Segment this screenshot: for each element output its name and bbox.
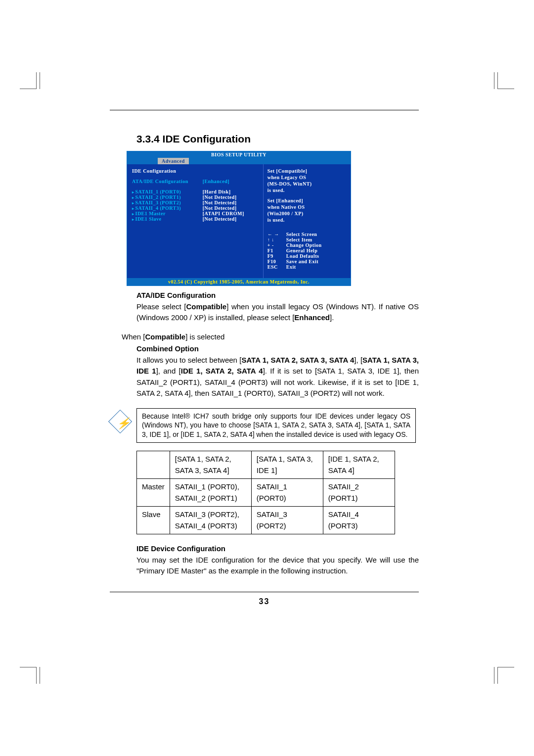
bios-key-legend: ← →Select Screen ↑ ↓Select Item + -Chang… xyxy=(267,232,347,270)
bios-left-panel: IDE Configuration ATA/IDE Configuration … xyxy=(127,164,264,278)
rule-bottom xyxy=(110,592,419,592)
combined-option-heading: Combined Option xyxy=(136,343,419,355)
combined-option-paragraph: It allows you to select between [SATA 1,… xyxy=(136,355,419,399)
bios-help-line: when Legacy OS xyxy=(267,175,347,180)
table-row: Slave SATAII_3 (PORT2), SATAII_4 (PORT3)… xyxy=(137,507,395,534)
page-number: 33 xyxy=(110,597,419,606)
note-box: Because Intel® ICH7 south bridge only su… xyxy=(136,408,416,443)
bios-config-label: ATA/IDE Configuration xyxy=(132,179,188,184)
table-header: [SATA 1, SATA 2, SATA 3, SATA 4] xyxy=(170,451,251,479)
bios-tabbar: Advanced xyxy=(127,158,351,164)
bios-help-line: when Native OS xyxy=(267,204,347,210)
ata-ide-paragraph: Please select [Compatible] when you inst… xyxy=(136,301,419,324)
bios-help-line: is used. xyxy=(267,188,347,193)
bios-dev-value: [ATAPI CDROM] xyxy=(203,211,244,216)
ata-ide-heading: ATA/IDE Configuration xyxy=(136,290,419,301)
bios-dev-value: [Not Detected] xyxy=(203,194,237,200)
ide-device-heading: IDE Device Configuration xyxy=(136,543,419,555)
bios-help-line: Set [Compatible] xyxy=(267,168,347,174)
bios-help-line: (Win2000 / XP) xyxy=(267,211,347,216)
bios-left-header: IDE Configuration xyxy=(132,168,258,174)
bios-dev-value: [Not Detected] xyxy=(203,216,237,222)
bios-right-panel: Set [Compatible] when Legacy OS (MS-DOS,… xyxy=(264,164,351,278)
combined-option-table: [SATA 1, SATA 2, SATA 3, SATA 4] [SATA 1… xyxy=(136,451,395,534)
table-header xyxy=(137,451,170,479)
rule-top xyxy=(110,110,419,110)
table-header: [SATA 1, SATA 3, IDE 1] xyxy=(251,451,323,479)
bios-dev-label: SATAII_3 (PORT2) xyxy=(135,200,181,205)
bios-dev-value: [Not Detected] xyxy=(203,200,237,205)
bios-screenshot: BIOS SETUP UTILITY Advanced IDE Configur… xyxy=(127,151,351,286)
bios-dev-value: [Not Detected] xyxy=(203,205,237,211)
crop-mark-bl xyxy=(20,667,37,684)
when-compatible-line: When [Compatible] is selected xyxy=(122,331,419,343)
crop-mark-br xyxy=(497,667,514,684)
crop-mark-tl xyxy=(20,72,37,89)
bios-dev-value: [Hard Disk] xyxy=(203,189,231,194)
bios-dev-label: SATAII_2 (PORT1) xyxy=(135,194,181,200)
table-row: Master SATAII_1 (PORT0), SATAII_2 (PORT1… xyxy=(137,479,395,507)
bios-help-line: (MS-DOS, WinNT) xyxy=(267,181,347,187)
crop-mark-tr xyxy=(497,72,514,89)
bios-help-line: Set [Enhanced] xyxy=(267,198,347,203)
bios-dev-label: IDE1 Slave xyxy=(135,216,162,222)
note-icon: ⚡ xyxy=(110,410,132,435)
bios-dev-label: SATAII_4 (PORT3) xyxy=(135,205,181,211)
bios-dev-label: SATAII_1 (PORT0) xyxy=(135,189,181,194)
section-heading: 3.3.4 IDE Configuration xyxy=(136,133,419,145)
bios-help-line: is used. xyxy=(267,217,347,223)
bios-footer: v02.54 (C) Copyright 1985-2005, American… xyxy=(127,278,351,285)
bios-tab-advanced: Advanced xyxy=(158,158,189,164)
bios-title: BIOS SETUP UTILITY xyxy=(127,151,351,158)
bios-config-value: [Enhanced] xyxy=(203,179,229,184)
bios-dev-label: IDE1 Master xyxy=(135,211,166,216)
table-header: [IDE 1, SATA 2, SATA 4] xyxy=(323,451,395,479)
ide-device-paragraph: You may set the IDE configuration for th… xyxy=(136,555,419,577)
